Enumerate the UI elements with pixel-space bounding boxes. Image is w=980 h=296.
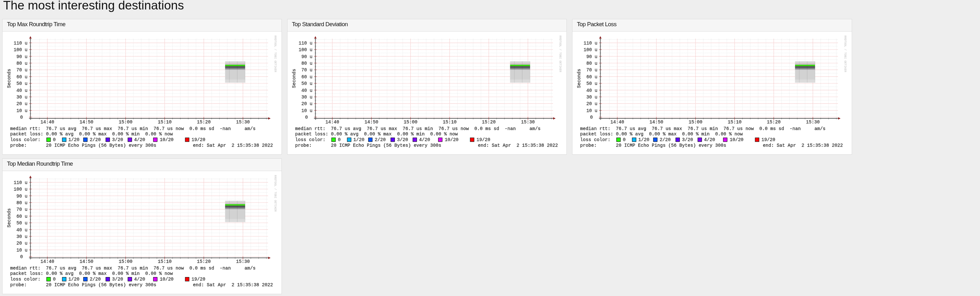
svg-text:Seconds: Seconds xyxy=(6,208,12,227)
svg-text:19/20: 19/20 xyxy=(191,277,205,282)
svg-text:20 ICMP Echo Pings (56 Bytes): 20 ICMP Echo Pings (56 Bytes) every 300s xyxy=(616,143,726,148)
svg-text:loss color:: loss color: xyxy=(10,277,40,282)
svg-text:10 u: 10 u xyxy=(586,108,597,113)
svg-text:60 u: 60 u xyxy=(586,74,597,79)
svg-text:40 u: 40 u xyxy=(16,88,27,93)
svg-text:30 u: 30 u xyxy=(16,234,27,239)
svg-text:2/20: 2/20 xyxy=(90,277,101,282)
svg-text:20 ICMP Echo Pings (56 Bytes): 20 ICMP Echo Pings (56 Bytes) every 300s xyxy=(46,143,156,148)
svg-text:15:20: 15:20 xyxy=(197,119,211,124)
svg-text:Seconds: Seconds xyxy=(6,68,12,88)
svg-text:110 u: 110 u xyxy=(299,40,312,46)
svg-text:median rtt:: median rtt: xyxy=(10,126,40,131)
svg-text:100 u: 100 u xyxy=(299,47,312,52)
svg-text:50 u: 50 u xyxy=(586,81,597,86)
svg-text:50 u: 50 u xyxy=(16,221,27,226)
svg-text:15:30: 15:30 xyxy=(236,259,250,264)
svg-text:10 u: 10 u xyxy=(301,108,312,113)
svg-text:19/20: 19/20 xyxy=(191,137,205,142)
svg-text:4/20: 4/20 xyxy=(704,137,715,142)
svg-text:50 u: 50 u xyxy=(16,81,27,86)
svg-text:80 u: 80 u xyxy=(301,60,312,66)
svg-text:end: Sat Apr 2 15:35:38 2022: end: Sat Apr 2 15:35:38 2022 xyxy=(193,143,273,148)
svg-text:30 u: 30 u xyxy=(16,94,27,100)
svg-text:probe:: probe: xyxy=(295,143,312,148)
svg-text:100 u: 100 u xyxy=(14,47,27,52)
svg-text:2/20: 2/20 xyxy=(375,137,386,142)
svg-text:60 u: 60 u xyxy=(16,74,27,79)
svg-text:80 u: 80 u xyxy=(16,60,27,66)
svg-text:15:10: 15:10 xyxy=(158,119,172,124)
svg-text:RRDTOOL / TOBI OETIKER: RRDTOOL / TOBI OETIKER xyxy=(558,35,562,72)
svg-text:10/20: 10/20 xyxy=(445,137,459,142)
svg-text:15:00: 15:00 xyxy=(119,259,133,264)
svg-text:76.7 us avg 76.7 us max 76.7: 76.7 us avg 76.7 us max 76.7 us min 76.7… xyxy=(46,126,256,131)
svg-text:60 u: 60 u xyxy=(16,214,27,219)
svg-text:70 u: 70 u xyxy=(16,68,27,73)
svg-text:14:40: 14:40 xyxy=(325,119,339,124)
svg-text:30 u: 30 u xyxy=(301,94,312,100)
svg-text:76.7 us avg 76.7 us max 76.7: 76.7 us avg 76.7 us max 76.7 us min 76.7… xyxy=(46,265,256,271)
svg-text:packet loss:: packet loss: xyxy=(10,271,43,276)
svg-text:15:10: 15:10 xyxy=(442,119,457,124)
svg-text:110 u: 110 u xyxy=(584,40,597,46)
svg-text:0: 0 xyxy=(590,115,593,120)
svg-text:4/20: 4/20 xyxy=(134,277,145,282)
svg-text:0: 0 xyxy=(53,137,56,142)
svg-text:20 u: 20 u xyxy=(586,101,597,106)
svg-text:Seconds: Seconds xyxy=(291,68,297,88)
svg-text:10 u: 10 u xyxy=(16,247,27,252)
svg-text:20 u: 20 u xyxy=(16,241,27,246)
svg-text:3/20: 3/20 xyxy=(112,137,123,142)
svg-text:60 u: 60 u xyxy=(301,74,312,79)
svg-text:10/20: 10/20 xyxy=(160,277,174,282)
svg-text:110 u: 110 u xyxy=(14,180,27,185)
svg-text:0: 0 xyxy=(623,137,625,142)
svg-text:15:00: 15:00 xyxy=(119,119,133,124)
svg-text:76.7 us avg 76.7 us max 76.7: 76.7 us avg 76.7 us max 76.7 us min 76.7… xyxy=(331,126,541,131)
svg-text:14:50: 14:50 xyxy=(80,119,94,124)
svg-text:0: 0 xyxy=(305,115,308,120)
svg-text:median rtt:: median rtt: xyxy=(580,126,610,131)
svg-text:0.00 % avg 0.00 % max 0.00 %: 0.00 % avg 0.00 % max 0.00 % min 0.00 % … xyxy=(46,271,173,276)
svg-text:90 u: 90 u xyxy=(586,54,597,59)
svg-text:40 u: 40 u xyxy=(16,227,27,232)
svg-text:90 u: 90 u xyxy=(16,193,27,198)
svg-text:10/20: 10/20 xyxy=(730,137,744,142)
svg-text:14:40: 14:40 xyxy=(610,119,624,124)
svg-text:20 u: 20 u xyxy=(301,101,312,106)
svg-text:median rtt:: median rtt: xyxy=(295,126,325,131)
svg-text:100 u: 100 u xyxy=(584,47,597,52)
svg-text:0.00 % avg 0.00 % max 0.00 %: 0.00 % avg 0.00 % max 0.00 % min 0.00 % … xyxy=(46,131,173,137)
svg-text:1/20: 1/20 xyxy=(68,277,80,282)
svg-text:100 u: 100 u xyxy=(14,187,27,192)
svg-text:90 u: 90 u xyxy=(16,54,27,59)
svg-text:70 u: 70 u xyxy=(16,207,27,212)
svg-text:loss color:: loss color: xyxy=(295,137,325,142)
svg-text:15:20: 15:20 xyxy=(197,259,211,264)
svg-text:end: Sat Apr 2 15:35:38 2022: end: Sat Apr 2 15:35:38 2022 xyxy=(193,282,273,288)
svg-text:4/20: 4/20 xyxy=(419,137,430,142)
svg-text:20 ICMP Echo Pings (56 Bytes): 20 ICMP Echo Pings (56 Bytes) every 300s xyxy=(46,282,156,288)
svg-text:RRDTOOL / TOBI OETIKER: RRDTOOL / TOBI OETIKER xyxy=(843,35,847,72)
svg-text:loss color:: loss color: xyxy=(580,137,610,142)
svg-text:80 u: 80 u xyxy=(16,200,27,205)
svg-text:0.00 % avg 0.00 % max 0.00 %: 0.00 % avg 0.00 % max 0.00 % min 0.00 % … xyxy=(331,131,458,137)
svg-text:10 u: 10 u xyxy=(16,108,27,113)
svg-text:RRDTOOL / TOBI OETIKER: RRDTOOL / TOBI OETIKER xyxy=(274,175,277,212)
svg-text:packet loss:: packet loss: xyxy=(580,131,613,137)
svg-text:80 u: 80 u xyxy=(586,60,597,66)
svg-text:76.7 us avg 76.7 us max 76.7: 76.7 us avg 76.7 us max 76.7 us min 76.7… xyxy=(616,126,826,131)
svg-text:end: Sat Apr 2 15:35:38 2022: end: Sat Apr 2 15:35:38 2022 xyxy=(478,143,558,148)
svg-text:20 u: 20 u xyxy=(16,101,27,106)
svg-text:15:30: 15:30 xyxy=(236,119,250,124)
svg-text:2/20: 2/20 xyxy=(90,137,101,142)
svg-text:70 u: 70 u xyxy=(301,68,312,73)
svg-text:probe:: probe: xyxy=(580,143,597,148)
svg-text:packet loss:: packet loss: xyxy=(10,131,43,137)
svg-text:probe:: probe: xyxy=(10,143,27,148)
svg-text:20 ICMP Echo Pings (56 Bytes): 20 ICMP Echo Pings (56 Bytes) every 300s xyxy=(331,143,441,148)
svg-text:3/20: 3/20 xyxy=(112,277,123,282)
svg-text:14:40: 14:40 xyxy=(40,119,54,124)
svg-text:15:00: 15:00 xyxy=(404,119,418,124)
